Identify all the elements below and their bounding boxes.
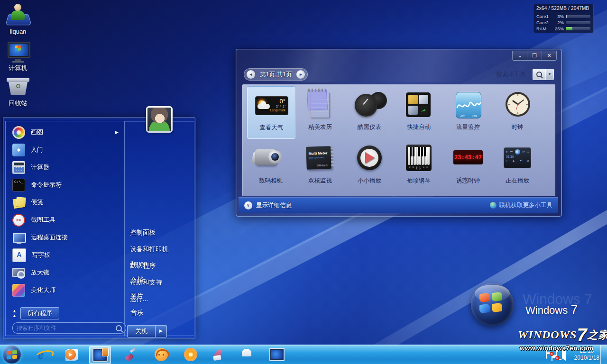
- show-details-link[interactable]: 显示详细信息: [256, 201, 292, 209]
- desktop-icon-recycle-bin[interactable]: ♻ 回收站: [0, 75, 36, 108]
- menu-item-devices-printers[interactable]: 设备和打印机: [126, 243, 190, 256]
- windows7-wordmark: Windows 7: [525, 302, 578, 317]
- analog-clock-icon: [493, 90, 542, 121]
- magnifier-icon: [12, 266, 25, 279]
- search-placeholder: 搜索程序和文件: [17, 324, 116, 332]
- shutdown-button[interactable]: 关机: [127, 325, 156, 337]
- submenu-arrow-icon: ▶: [115, 130, 119, 135]
- menu-item-control-panel[interactable]: 控制面板: [126, 226, 190, 239]
- taskbar-music-app[interactable]: [151, 346, 172, 363]
- page-navigation: ◄ 第1页,共1页 ►: [244, 68, 308, 81]
- all-programs-button[interactable]: ▲▲ 所有程序: [12, 307, 59, 319]
- menu-item-remote-desktop[interactable]: 远程桌面连接: [9, 229, 121, 246]
- paint-icon: [12, 126, 25, 139]
- traffic-monitor-icon: JulyAug: [444, 90, 492, 121]
- taskbar-media-player[interactable]: ▶: [61, 346, 82, 363]
- headphones-face-icon: [155, 348, 168, 361]
- gadget-weather[interactable]: 0° 3° / -1° Langemark 查看天气: [247, 86, 296, 139]
- taskbar-computer[interactable]: [267, 346, 287, 363]
- cpu-core2-row: Core2 2%: [536, 19, 590, 26]
- gadget-pocket-piano[interactable]: C D E F G A B C 袖珍钢琴: [395, 140, 443, 192]
- cloud-icon: [258, 104, 270, 109]
- gadget-mini-player[interactable]: 小小播放: [345, 140, 394, 192]
- up-arrow-icon: ▲▲: [12, 309, 17, 318]
- taskbar-writer-app[interactable]: [209, 346, 230, 363]
- gadget-dual-core-monitor[interactable]: Multi Meter dual cpu meter SFkilla © 双核监…: [296, 140, 344, 192]
- menu-item-wordpad[interactable]: A 写字板: [9, 247, 121, 263]
- show-desktop-button[interactable]: [600, 345, 607, 364]
- menu-item-getting-started[interactable]: ✦ 入门: [9, 142, 121, 158]
- desktop-icon-label: 计算机: [0, 64, 36, 73]
- page-indicator: 第1页,共1页: [260, 71, 292, 79]
- play-button-icon: [345, 144, 394, 175]
- menu-item-paint[interactable]: 画图 ▶: [9, 124, 121, 140]
- menu-item-command-prompt[interactable]: C:\_ 命令提示符: [9, 177, 121, 193]
- gadget-gallery-icon: [92, 348, 108, 362]
- taskbar-flower-app[interactable]: [180, 346, 201, 363]
- restore-button[interactable]: ❐: [527, 51, 542, 60]
- gadget-lunar-calendar[interactable]: 精美农历: [296, 86, 344, 138]
- globe-icon: [490, 202, 497, 209]
- shutdown-options-arrow[interactable]: ▶: [156, 325, 167, 337]
- media-controls-icon: ≡⏮▶⏭s 03:30 +▲▼⧉: [493, 144, 542, 175]
- gadget-quick-launch[interactable]: 快捷启动: [395, 86, 443, 138]
- core1-meter: [566, 15, 590, 18]
- play-icon: ▶: [515, 149, 520, 155]
- gadget-temptation-clock[interactable]: 23:43:47 诱惑时钟: [444, 140, 492, 192]
- sticky-notes-icon: [12, 196, 25, 209]
- desktop-icon-user[interactable]: liquan: [0, 4, 36, 35]
- cpu-core1-row: Core1 3%: [536, 13, 590, 19]
- minimize-button[interactable]: ⌄: [513, 51, 527, 60]
- prev-page-button[interactable]: ◄: [247, 70, 255, 79]
- taskbar-theme-tool[interactable]: [120, 346, 141, 363]
- menu-item-sticky-notes[interactable]: 便笺: [9, 194, 121, 210]
- window-controls: ⌄ ❐ ✕: [512, 51, 557, 61]
- system-monitor-widget[interactable]: 2x64 / 522MB / 2047MB Core1 3% Core2 2% …: [533, 4, 594, 33]
- menu-item-snipping-tool[interactable]: ✂ 截图工具: [9, 212, 121, 228]
- gadget-traffic-monitor[interactable]: JulyAug 流量监控: [444, 86, 492, 138]
- menu-item-calculator[interactable]: 计算器: [9, 159, 121, 175]
- taskbar-snip-app[interactable]: [237, 346, 258, 363]
- menu-item-default-programs[interactable]: 默认程序: [126, 259, 190, 273]
- media-player-icon: ▶: [64, 348, 78, 361]
- desktop: liquan 计算机 ♻ 回收站 2x64 / 522MB / 2047MB C…: [0, 0, 607, 364]
- menu-item-magnifier[interactable]: 放大镜: [9, 264, 121, 281]
- multimeter-chip-icon: Multi Meter dual cpu meter SFkilla ©: [296, 144, 344, 175]
- windows7-home-logo: WINDOWS7之家: [518, 325, 607, 346]
- get-more-gadgets-link[interactable]: 联机获取更多小工具: [490, 201, 553, 209]
- gadget-search-dropdown[interactable]: ▼: [546, 69, 554, 80]
- close-button[interactable]: ✕: [542, 51, 556, 60]
- user-avatar[interactable]: [146, 106, 173, 133]
- gadget-now-playing[interactable]: ≡⏮▶⏭s 03:30 +▲▼⧉ 正在播放: [493, 140, 542, 192]
- gadget-digital-camera[interactable]: 数码相机: [247, 140, 295, 192]
- digital-clock-icon: 23:43:47: [444, 144, 492, 175]
- menu-item-music[interactable]: 音乐: [127, 306, 190, 319]
- gadget-clock[interactable]: 时钟: [493, 86, 542, 138]
- core2-meter: [566, 21, 590, 24]
- search-icon: [116, 325, 122, 331]
- calculator-icon: [12, 161, 25, 174]
- fan-scissors-icon: [241, 348, 254, 361]
- taskbar-internet-explorer[interactable]: e: [30, 346, 51, 363]
- gadget-black-gauges[interactable]: 酷黑仪表: [345, 86, 394, 138]
- command-prompt-icon: C:\_: [12, 179, 25, 191]
- wordpad-icon: A: [12, 248, 26, 262]
- taskbar-gadget-gallery-active[interactable]: [89, 346, 111, 364]
- snipping-tool-icon: ✂: [12, 214, 25, 227]
- start-menu-programs-panel: 画图 ▶ ✦ 入门 计算器 C:\_ 命令提示符 便笺 ✂ 截图工具: [5, 121, 125, 336]
- gadget-search-button[interactable]: [533, 69, 546, 80]
- menu-item-beautify-master[interactable]: 美化大师: [9, 282, 121, 298]
- next-page-button[interactable]: ►: [296, 70, 305, 79]
- quick-launch-icon: [395, 90, 443, 121]
- weather-gadget-icon: 0° 3° / -1° Langemark: [247, 91, 295, 122]
- beautify-master-icon: [12, 284, 25, 297]
- user-folder-icon: [6, 4, 30, 27]
- start-button[interactable]: [3, 346, 21, 364]
- menu-item-run[interactable]: 运行...: [126, 292, 190, 306]
- expand-details-icon[interactable]: ∨: [244, 201, 252, 209]
- start-search-box[interactable]: 搜索程序和文件: [12, 322, 126, 334]
- ram-row: RAM 26%: [536, 26, 590, 32]
- desktop-icon-computer[interactable]: 计算机: [0, 40, 36, 73]
- menu-item-help-support[interactable]: 帮助和支持: [126, 276, 190, 289]
- gadget-gallery-window: ⌄ ❐ ✕ ◄ 第1页,共1页 ► 搜索小工具 ▼: [236, 49, 562, 217]
